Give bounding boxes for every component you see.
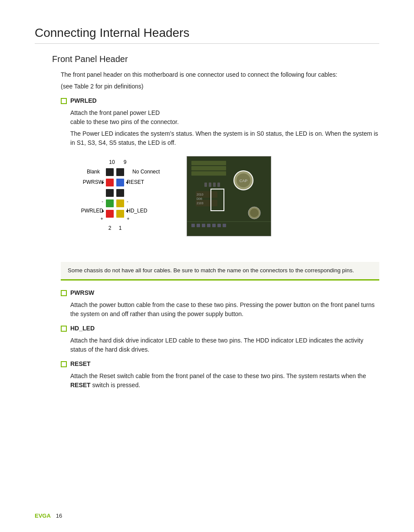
bullet-icon-hd-led <box>61 326 67 332</box>
svg-text:D06: D06 <box>197 197 202 200</box>
svg-rect-22 <box>106 210 114 218</box>
svg-rect-7 <box>116 179 124 186</box>
hd-led-line1: Attach the hard disk drive indicator LED… <box>70 336 379 354</box>
svg-rect-17 <box>116 199 124 207</box>
reset-bold: RESET <box>70 382 91 388</box>
svg-text:2: 2 <box>108 225 112 231</box>
svg-rect-23 <box>116 210 124 218</box>
bullet-icon-pwrled <box>61 98 67 104</box>
section-body: The front panel header on this motherboa… <box>61 70 379 390</box>
svg-rect-49 <box>207 224 210 227</box>
svg-text:10: 10 <box>109 159 115 165</box>
svg-rect-50 <box>212 224 216 227</box>
svg-text:RESET: RESET <box>127 179 145 185</box>
hd-led-content: Attach the hard disk drive indicator LED… <box>70 336 379 354</box>
page-content: Connecting Internal Headers Front Panel … <box>0 0 414 418</box>
footer: EVGA 16 <box>35 512 62 519</box>
svg-rect-51 <box>217 224 221 227</box>
svg-rect-48 <box>202 224 205 227</box>
svg-rect-40 <box>213 183 216 187</box>
bullet-reset: RESET <box>61 360 379 367</box>
svg-rect-30 <box>191 166 226 170</box>
svg-text:1: 1 <box>119 225 122 231</box>
reset-content: Attach the Reset switch cable from the f… <box>70 372 379 390</box>
svg-text:+: + <box>127 216 129 221</box>
svg-text:2010: 2010 <box>197 193 204 196</box>
svg-text:PWRLED: PWRLED <box>81 208 104 214</box>
bullet-icon-pwrsw <box>61 290 67 296</box>
svg-text:9: 9 <box>124 159 127 165</box>
svg-text:HD_LED: HD_LED <box>127 208 148 214</box>
svg-rect-5 <box>116 168 124 176</box>
svg-point-37 <box>250 209 259 217</box>
intro-ref: (see Table 2 for pin definitions) <box>61 82 379 91</box>
svg-rect-29 <box>191 161 226 165</box>
hd-led-label: HD_LED <box>70 325 95 332</box>
diagram-area: 10 9 Blank No Connect <box>61 156 379 256</box>
svg-rect-39 <box>209 183 211 187</box>
svg-rect-41 <box>217 183 220 187</box>
svg-rect-46 <box>191 224 195 227</box>
pwrled-line2: The Power LED indicates the system’s sta… <box>70 129 379 147</box>
pwrled-line1: Attach the front panel power LEDcable to… <box>70 108 379 127</box>
section-title: Front Panel Header <box>52 54 379 64</box>
svg-text:-: - <box>127 199 128 204</box>
svg-rect-38 <box>204 183 207 187</box>
pwrsw-content: Attach the power button cable from the c… <box>70 300 379 319</box>
footer-page-number: 16 <box>56 512 62 519</box>
pin-diagram: 10 9 Blank No Connect <box>61 156 178 256</box>
svg-rect-12 <box>106 189 114 197</box>
footer-brand: EVGA <box>35 512 51 519</box>
svg-rect-52 <box>223 224 226 227</box>
svg-rect-47 <box>197 224 200 227</box>
bullet-icon-reset <box>61 361 67 367</box>
svg-text:CAP: CAP <box>240 179 248 183</box>
svg-text:+: + <box>101 216 103 221</box>
svg-text:2103: 2103 <box>197 202 204 205</box>
svg-rect-4 <box>106 168 114 176</box>
pwrsw-line1: Attach the power button cable from the c… <box>70 300 379 319</box>
bullet-pwrled: PWRLED <box>61 97 379 104</box>
intro-text: The front panel header on this motherboa… <box>61 70 379 79</box>
pwrled-label: PWRLED <box>70 97 97 104</box>
board-photo: CAP <box>187 156 271 236</box>
pwrsw-label: PWRSW <box>70 289 94 296</box>
reset-label: RESET <box>70 360 91 367</box>
svg-text:Blank: Blank <box>87 169 100 175</box>
svg-rect-6 <box>106 179 114 186</box>
note-text: Some chassis do not have all four cables… <box>68 267 354 274</box>
reset-after-bold: switch is pressed. <box>91 382 140 388</box>
chapter-title: Connecting Internal Headers <box>35 26 379 44</box>
bullet-pwrsw: PWRSW <box>61 289 379 296</box>
pin-diagram-svg: 10 9 Blank No Connect <box>61 156 178 256</box>
bullet-hd-led: HD_LED <box>61 325 379 332</box>
svg-text:PWRSW: PWRSW <box>83 179 104 185</box>
board-photo-svg: CAP <box>187 157 271 236</box>
svg-rect-31 <box>191 171 226 176</box>
svg-text:No Connect: No Connect <box>132 169 160 175</box>
svg-rect-13 <box>116 189 124 197</box>
svg-text:-: - <box>102 199 103 204</box>
reset-line1: Attach the Reset switch cable from the f… <box>70 372 379 390</box>
note-box: Some chassis do not have all four cables… <box>61 262 379 281</box>
pwrled-content: Attach the front panel power LEDcable to… <box>70 108 379 147</box>
svg-rect-16 <box>106 199 114 207</box>
